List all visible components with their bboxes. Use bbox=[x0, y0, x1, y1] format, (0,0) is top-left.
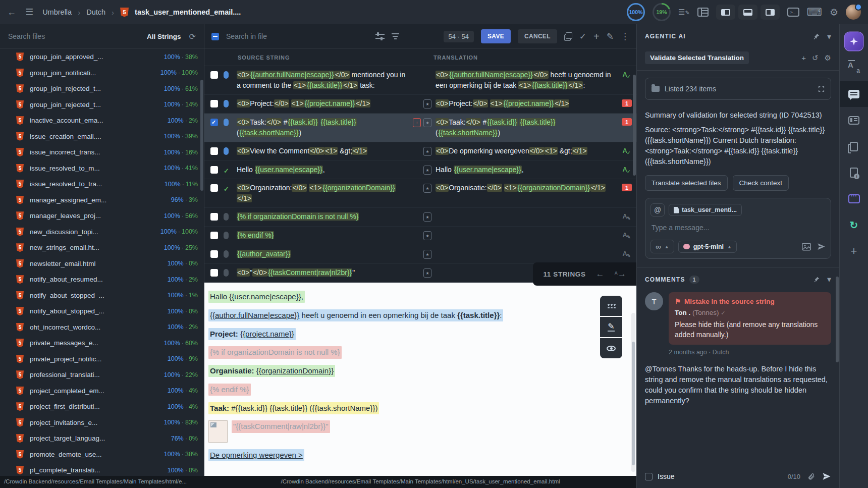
file-list-item[interactable]: 5issue_incorrect_trans...100%·16% bbox=[0, 144, 204, 160]
comments-tab[interactable] bbox=[840, 81, 868, 107]
mode-dropdown[interactable]: ∞ ▲ bbox=[650, 240, 674, 253]
search-in-file-input[interactable]: Search in file bbox=[226, 32, 368, 40]
approve-check-icon[interactable]: ✓ bbox=[579, 31, 586, 42]
row-checkbox[interactable] bbox=[210, 184, 218, 192]
copy-source-icon[interactable] bbox=[564, 32, 572, 40]
qa-passed-icon[interactable]: A✓ bbox=[623, 147, 631, 154]
file-list-item[interactable]: 5issue_creation_email....100%·39% bbox=[0, 129, 204, 145]
model-dropdown[interactable]: gpt-5-mini ▲ bbox=[678, 241, 737, 253]
file-list-item[interactable]: 5group_join_notificati...100%·100% bbox=[0, 65, 204, 81]
string-row[interactable]: {% endif %}★A✎ bbox=[204, 227, 636, 245]
file-list-item[interactable]: 5oht_incorrect_wordco...100%·2% bbox=[0, 319, 204, 336]
issue-comment-icon[interactable]: ! bbox=[413, 118, 421, 127]
string-row[interactable]: <0>View the Comment</0><1> &gt;</1>★<0>D… bbox=[204, 142, 636, 161]
edit-list-icon[interactable]: ☰✎ bbox=[678, 8, 690, 17]
translate-tab[interactable]: Aa bbox=[840, 55, 868, 81]
pin-icon[interactable] bbox=[813, 33, 820, 40]
file-list-item[interactable]: 5professional_translati...100%·22% bbox=[0, 367, 204, 383]
more-options-kebab-icon[interactable]: ⋮ bbox=[621, 31, 629, 42]
toggle-left-panel-button[interactable] bbox=[716, 5, 735, 20]
qa-passed-icon[interactable]: A✓ bbox=[623, 166, 631, 173]
file-list-item[interactable]: 5group_join_approved_...100%·38% bbox=[0, 49, 204, 65]
machine-translation-tab[interactable]: ↻ bbox=[840, 212, 868, 238]
menu-icon[interactable]: ☰ bbox=[25, 7, 33, 18]
string-info-tab[interactable] bbox=[840, 159, 868, 186]
context-screenshot-icon[interactable]: ★ bbox=[423, 184, 431, 193]
translate-selected-files-button[interactable]: Translate selected files bbox=[645, 175, 728, 191]
string-row[interactable]: {% if organizationDomain is not null %}★… bbox=[204, 208, 636, 227]
preview-highlight[interactable]: Organisatie: {{organizationDomain}} bbox=[208, 365, 335, 377]
search-options-icon[interactable] bbox=[375, 33, 385, 40]
agentic-scrollbar[interactable] bbox=[836, 277, 839, 362]
select-all-checkbox[interactable] bbox=[211, 33, 219, 40]
row-checkbox[interactable] bbox=[210, 250, 218, 258]
agentic-settings-gear-icon[interactable]: ⚙ bbox=[825, 53, 831, 63]
agentic-ai-tab[interactable] bbox=[840, 28, 868, 55]
string-row[interactable]: <0>Project:</0> <1>{{project.name}}</1>★… bbox=[204, 95, 636, 114]
file-list-item[interactable]: 5inactive_account_ema...100%·2% bbox=[0, 113, 204, 129]
context-screenshot-icon[interactable]: ★ bbox=[423, 118, 431, 127]
preview-highlight[interactable]: Project: {{project.name}} bbox=[208, 328, 296, 340]
send-icon[interactable] bbox=[817, 242, 826, 251]
preview-highlight[interactable]: Taak: #{{task.id}} {{task.title}} ({{tas… bbox=[208, 402, 379, 414]
file-list-item[interactable]: 5group_join_rejected_t...100%·14% bbox=[0, 97, 204, 113]
issues-count-badge[interactable]: 1 bbox=[622, 118, 632, 126]
comment-author[interactable]: Ton . bbox=[675, 309, 690, 316]
file-list-item[interactable]: 5project_invitations_e...100%·83% bbox=[0, 415, 204, 431]
file-list-item[interactable]: 5promote_demote_use...100%·38% bbox=[0, 447, 204, 463]
file-list-item[interactable]: 5new_discussion_topi...100%·100% bbox=[0, 224, 204, 240]
qa-pending-icon[interactable]: A✎ bbox=[623, 212, 631, 220]
approved-progress-ring[interactable]: 19% bbox=[653, 3, 671, 21]
file-list-item[interactable]: 5private_messages_e...100%·60% bbox=[0, 335, 204, 351]
preview-window-tab[interactable] bbox=[840, 186, 868, 212]
breadcrumb-project[interactable]: Umbrella bbox=[42, 8, 72, 16]
comment-avatar[interactable]: T bbox=[645, 292, 663, 310]
row-checkbox[interactable] bbox=[210, 232, 218, 239]
expand-icon[interactable] bbox=[818, 86, 825, 92]
qa-pending-icon[interactable]: A✎ bbox=[623, 231, 631, 239]
row-checkbox[interactable] bbox=[210, 213, 218, 221]
file-list-item[interactable]: 5project_completed_em...100%·4% bbox=[0, 383, 204, 399]
check-context-button[interactable]: Check context bbox=[733, 175, 789, 191]
file-list-item[interactable]: 5manager_leaves_proj...100%·56% bbox=[0, 208, 204, 224]
image-attach-icon[interactable] bbox=[802, 243, 811, 251]
add-string-icon[interactable]: + bbox=[593, 31, 600, 42]
filter-icon[interactable] bbox=[392, 33, 399, 39]
row-checkbox[interactable] bbox=[210, 269, 218, 277]
user-avatar[interactable] bbox=[846, 5, 861, 20]
listed-items-collapsible[interactable]: Listed 234 items bbox=[645, 78, 831, 100]
file-list-item[interactable]: 5notify_about_stopped_...100%·0% bbox=[0, 303, 204, 319]
issues-count-badge[interactable]: 1 bbox=[622, 184, 632, 191]
strings-filter-dropdown[interactable]: All Strings bbox=[147, 33, 181, 40]
chevron-down-icon[interactable]: ▾ bbox=[827, 32, 831, 41]
translation-memory-tab[interactable] bbox=[840, 133, 868, 159]
file-list-item[interactable]: 5manager_assigned_em...96%·3% bbox=[0, 192, 204, 208]
edit-pencil-icon[interactable]: ✎ bbox=[607, 31, 614, 42]
file-list-item[interactable]: 5group_join_rejected_t...100%·61% bbox=[0, 81, 204, 97]
previous-string-icon[interactable]: ← bbox=[596, 269, 605, 279]
refresh-icon[interactable]: ⟳ bbox=[189, 32, 196, 41]
next-untranslated-icon[interactable]: A→ bbox=[615, 269, 627, 279]
file-list-item[interactable]: 5newsletter_email.html100%·0% bbox=[0, 256, 204, 272]
context-tab[interactable] bbox=[840, 107, 868, 133]
preview-scrollbar[interactable] bbox=[631, 313, 635, 472]
preview-highlight[interactable]: {{author.fullName|escape}} heeft u genoe… bbox=[208, 309, 503, 321]
cancel-button[interactable]: CANCEL bbox=[518, 29, 557, 43]
preview-highlight[interactable]: De opmerking weergeven > bbox=[208, 449, 304, 461]
settings-gear-icon[interactable]: ⚙ bbox=[830, 7, 838, 18]
file-list-item[interactable]: 5notify_about_stopped_...100%·1% bbox=[0, 288, 204, 304]
row-checkbox[interactable] bbox=[210, 166, 218, 174]
issue-checkbox[interactable] bbox=[645, 473, 653, 480]
file-list-item[interactable]: 5project_target_languag...76%·0% bbox=[0, 430, 204, 447]
new-chat-plus-icon[interactable]: + bbox=[801, 53, 806, 63]
file-list-item[interactable]: 5private_project_notific...100%·9% bbox=[0, 351, 204, 367]
send-comment-icon[interactable] bbox=[822, 472, 831, 481]
string-row[interactable]: ✓Hello {{user.name|escape}},★Hallo {{use… bbox=[204, 161, 636, 179]
string-row[interactable]: {{author_avatar}}★A✎ bbox=[204, 245, 636, 264]
message-input[interactable]: Type a message... bbox=[652, 224, 825, 232]
save-button[interactable]: SAVE bbox=[481, 29, 511, 43]
row-checkbox[interactable] bbox=[210, 100, 218, 107]
preview-highlight[interactable]: {% if organizationDomain is not null %} bbox=[208, 346, 342, 358]
back-icon[interactable]: ← bbox=[7, 7, 16, 18]
translated-progress-ring[interactable]: 100% bbox=[627, 3, 645, 21]
